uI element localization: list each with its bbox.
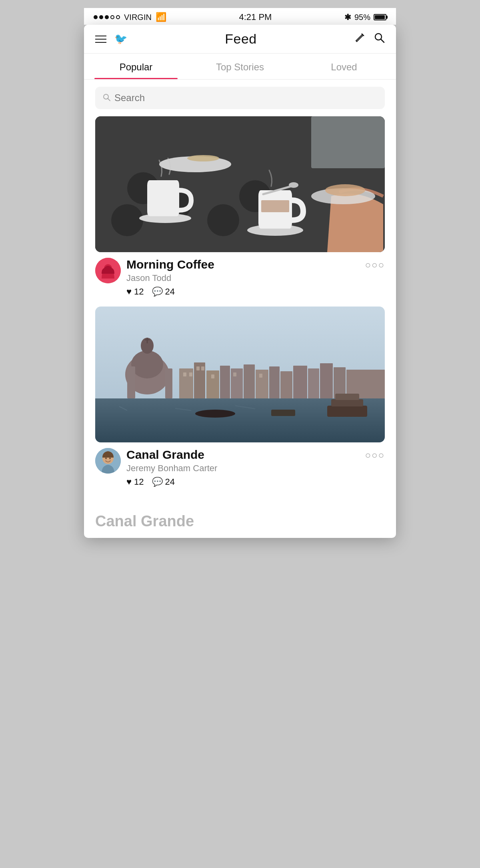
phone-wrapper: VIRGIN 📶 4:21 PM ✱ 95% 🐦 Feed [84, 0, 396, 538]
card-meta-left-coffee: Morning Coffee Jason Todd ♥ 12 💬 24 [95, 258, 365, 297]
card-info-coffee: Morning Coffee Jason Todd ♥ 12 💬 24 [126, 258, 365, 297]
nav-bar: 🐦 Feed [84, 25, 396, 54]
svg-rect-55 [211, 374, 214, 378]
card-author-venice: Jeremy Bonham Carter [126, 463, 365, 474]
comment-icon-coffee: 💬 [152, 287, 163, 297]
svg-rect-44 [269, 366, 280, 398]
feed-card-canal-grande: Canal Grande Jeremy Bonham Carter ♥ 12 💬… [95, 307, 385, 487]
nav-right [354, 32, 385, 46]
carrier-label: VIRGIN [124, 13, 152, 22]
search-input-wrapper[interactable] [95, 87, 385, 109]
card-info-venice: Canal Grande Jeremy Bonham Carter ♥ 12 💬… [126, 448, 365, 487]
avatar-jason-todd[interactable] [95, 258, 121, 283]
feed-list: Morning Coffee Jason Todd ♥ 12 💬 24 [84, 116, 396, 505]
svg-rect-52 [189, 372, 192, 376]
svg-rect-36 [165, 368, 172, 398]
signal-dot-2 [99, 15, 103, 19]
comments-count-venice: 24 [165, 477, 175, 487]
card-meta-row-coffee: Morning Coffee Jason Todd ♥ 12 💬 24 [95, 258, 385, 297]
comments-coffee[interactable]: 💬 24 [152, 287, 175, 297]
app-logo-icon: 🐦 [114, 33, 127, 45]
svg-rect-45 [280, 371, 292, 398]
svg-rect-59 [331, 399, 363, 406]
svg-rect-42 [244, 364, 255, 398]
bottom-ghost-area: Canal Grande [84, 505, 396, 538]
svg-line-1 [381, 39, 384, 42]
likes-count-coffee: 12 [134, 287, 144, 297]
heart-icon-coffee: ♥ [126, 287, 132, 297]
signal-dot-3 [105, 15, 109, 19]
svg-rect-16 [261, 200, 289, 212]
card-meta-row-venice: Canal Grande Jeremy Bonham Carter ♥ 12 💬… [95, 448, 385, 487]
svg-rect-56 [233, 372, 236, 376]
svg-rect-63 [207, 410, 223, 414]
svg-point-8 [111, 204, 143, 236]
card-image-venice[interactable] [95, 307, 385, 442]
svg-rect-35 [127, 366, 135, 398]
search-container [84, 80, 396, 116]
svg-point-20 [325, 184, 365, 196]
more-button-coffee[interactable]: ○○○ [365, 259, 385, 271]
svg-rect-47 [308, 368, 319, 398]
card-stats-coffee: ♥ 12 💬 24 [126, 287, 365, 297]
search-button[interactable] [374, 32, 385, 46]
svg-point-67 [109, 458, 111, 459]
battery-icon [374, 14, 386, 20]
card-title-coffee: Morning Coffee [126, 258, 365, 271]
edit-button[interactable] [354, 32, 366, 46]
search-icon [102, 93, 110, 103]
search-input[interactable] [114, 92, 378, 104]
ghost-title: Canal Grande [95, 513, 385, 530]
status-bar: VIRGIN 📶 4:21 PM ✱ 95% [84, 8, 396, 25]
tab-top-stories[interactable]: Top Stories [188, 54, 292, 79]
tab-popular[interactable]: Popular [84, 54, 188, 79]
feed-card-morning-coffee: Morning Coffee Jason Todd ♥ 12 💬 24 [95, 116, 385, 297]
hamburger-line-2 [95, 39, 106, 40]
svg-rect-41 [231, 368, 243, 398]
comments-venice[interactable]: 💬 24 [152, 477, 175, 487]
card-author-coffee: Jason Todd [126, 273, 365, 283]
svg-rect-11 [147, 180, 179, 216]
comment-icon-venice: 💬 [152, 477, 163, 487]
comments-count-coffee: 24 [165, 287, 175, 297]
card-title-venice: Canal Grande [126, 448, 365, 462]
card-image-coffee[interactable] [95, 116, 385, 252]
tab-loved[interactable]: Loved [292, 54, 396, 79]
battery-percent: 95% [354, 13, 370, 22]
status-right: ✱ 95% [344, 12, 386, 22]
svg-rect-51 [183, 372, 186, 376]
svg-rect-58 [327, 406, 367, 417]
bluetooth-icon: ✱ [344, 12, 351, 22]
signal-dot-4 [110, 15, 114, 19]
wifi-icon: 📶 [156, 12, 166, 22]
signal-dot-1 [94, 15, 98, 19]
status-left: VIRGIN 📶 [94, 12, 166, 22]
svg-point-13 [187, 155, 219, 161]
likes-coffee[interactable]: ♥ 12 [126, 287, 144, 297]
app-container: 🐦 Feed Po [84, 25, 396, 538]
svg-point-66 [105, 458, 107, 459]
hamburger-line-3 [95, 42, 106, 43]
svg-rect-21 [311, 116, 385, 168]
more-button-venice[interactable]: ○○○ [365, 450, 385, 461]
menu-button[interactable] [95, 36, 106, 43]
card-stats-venice: ♥ 12 💬 24 [126, 477, 365, 487]
svg-rect-60 [335, 394, 359, 400]
card-meta-left-venice: Canal Grande Jeremy Bonham Carter ♥ 12 💬… [95, 448, 365, 487]
svg-rect-57 [259, 374, 262, 378]
page-title: Feed [225, 31, 257, 47]
nav-left: 🐦 [95, 33, 127, 45]
likes-venice[interactable]: ♥ 12 [126, 477, 144, 487]
svg-point-7 [207, 204, 239, 236]
avatar-jeremy-bonham[interactable] [95, 448, 121, 474]
svg-line-3 [108, 98, 110, 101]
likes-count-venice: 12 [134, 477, 144, 487]
svg-rect-48 [320, 363, 333, 398]
hamburger-line-1 [95, 36, 106, 36]
svg-rect-61 [271, 410, 295, 416]
svg-rect-40 [220, 366, 230, 398]
tabs-bar: Popular Top Stories Loved [84, 54, 396, 80]
svg-point-18 [289, 182, 298, 188]
signal-dot-5 [116, 15, 120, 19]
time-display: 4:21 PM [239, 12, 272, 22]
